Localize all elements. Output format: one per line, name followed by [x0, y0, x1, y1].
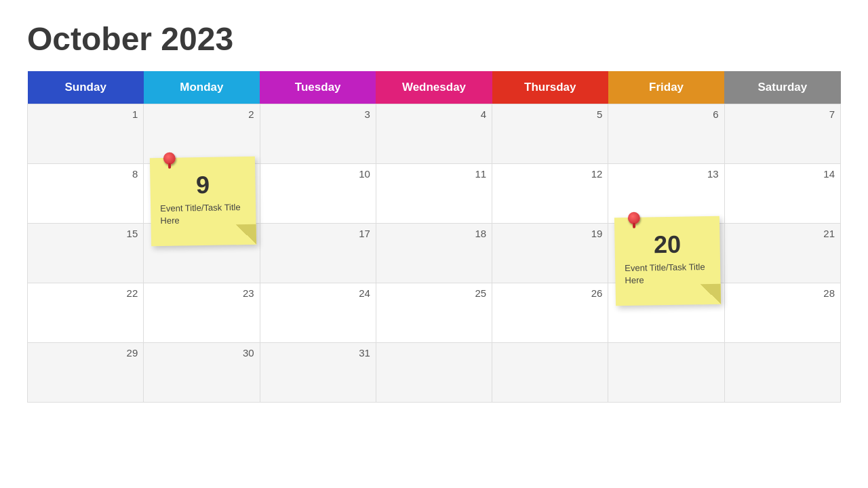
calendar-cell: 22 — [28, 283, 144, 343]
day-number: 29 — [33, 347, 138, 359]
day-number: 28 — [730, 287, 835, 299]
day-number: 7 — [730, 108, 835, 120]
calendar-cell: 28 — [724, 283, 840, 343]
calendar-cell: 10 — [260, 164, 376, 224]
calendar-cell: 3 — [260, 104, 376, 164]
day-number: 31 — [266, 347, 370, 359]
day-number: 15 — [33, 228, 138, 239]
calendar-cell: 31 — [260, 343, 376, 403]
calendar-cell: 29 — [28, 343, 144, 403]
calendar-cell: 17 — [260, 224, 376, 283]
day-number: 4 — [382, 108, 486, 120]
sticky-day-number: 20 — [625, 230, 711, 260]
day-number: 8 — [33, 168, 138, 180]
header-tuesday: Tuesday — [260, 71, 376, 104]
calendar-cell: 19 — [492, 224, 608, 283]
calendar-cell: 15 — [28, 224, 144, 283]
day-number: 11 — [382, 168, 486, 180]
pin-icon — [163, 152, 176, 165]
calendar-cell: 25 — [376, 283, 492, 343]
calendar-cell — [724, 343, 840, 403]
day-number: 18 — [382, 228, 486, 239]
calendar-cell: 1 — [28, 104, 144, 164]
calendar: Sunday Monday Tuesday Wednesday Thursday… — [27, 71, 841, 403]
calendar-cell: 26 — [492, 283, 608, 343]
day-number: 22 — [33, 287, 138, 299]
calendar-cell: 21 — [724, 224, 840, 283]
calendar-cell: 11 — [376, 164, 492, 224]
header-saturday: Saturday — [724, 71, 840, 104]
calendar-cell — [492, 343, 608, 403]
header-thursday: Thursday — [492, 71, 608, 104]
calendar-cell: 14 — [724, 164, 840, 224]
day-number: 26 — [498, 287, 602, 299]
day-number: 25 — [382, 287, 486, 299]
day-number: 6 — [614, 108, 718, 120]
header-sunday: Sunday — [28, 71, 144, 104]
calendar-cell: 99Event Title/Task Title Here — [144, 164, 260, 224]
day-number: 1 — [33, 108, 138, 120]
calendar-cell — [608, 343, 724, 403]
day-number: 24 — [266, 287, 370, 299]
calendar-cell: 30 — [144, 343, 260, 403]
sticky-day-number: 9 — [160, 170, 247, 200]
calendar-cell: 5 — [492, 104, 608, 164]
calendar-cell: 12 — [492, 164, 608, 224]
day-number: 10 — [266, 168, 370, 180]
day-number: 23 — [149, 287, 254, 299]
day-number: 5 — [498, 108, 602, 120]
sticky-event-title: Event Title/Task Title Here — [160, 202, 241, 226]
day-number: 19 — [498, 228, 602, 239]
day-number: 13 — [614, 168, 718, 180]
calendar-cell: 2 — [144, 104, 260, 164]
calendar-cell: 7 — [724, 104, 840, 164]
calendar-cell: 8 — [28, 164, 144, 224]
day-number: 30 — [149, 347, 254, 359]
calendar-cell: 4 — [376, 104, 492, 164]
calendar-cell — [376, 343, 492, 403]
header-friday: Friday — [608, 71, 724, 104]
calendar-cell: 18 — [376, 224, 492, 283]
header-monday: Monday — [144, 71, 260, 104]
day-number: 12 — [498, 168, 602, 180]
calendar-cell: 24 — [260, 283, 376, 343]
pin-icon — [628, 212, 640, 224]
page-title: October 2023 — [27, 20, 841, 58]
sticky-event-title: Event Title/Task Title Here — [625, 262, 705, 285]
header-wednesday: Wednesday — [376, 71, 492, 104]
day-number: 14 — [730, 168, 835, 180]
calendar-cell: 6 — [608, 104, 724, 164]
sticky-note-20: 20Event Title/Task Title Here — [614, 216, 721, 306]
sticky-note-9: 9Event Title/Task Title Here — [150, 157, 256, 247]
calendar-cell: 13 — [608, 164, 724, 224]
day-number: 21 — [730, 228, 835, 239]
day-number: 17 — [266, 228, 370, 239]
day-number: 3 — [266, 108, 370, 120]
day-number: 2 — [149, 108, 254, 120]
calendar-cell: 2020Event Title/Task Title Here — [608, 224, 724, 283]
calendar-cell: 23 — [144, 283, 260, 343]
